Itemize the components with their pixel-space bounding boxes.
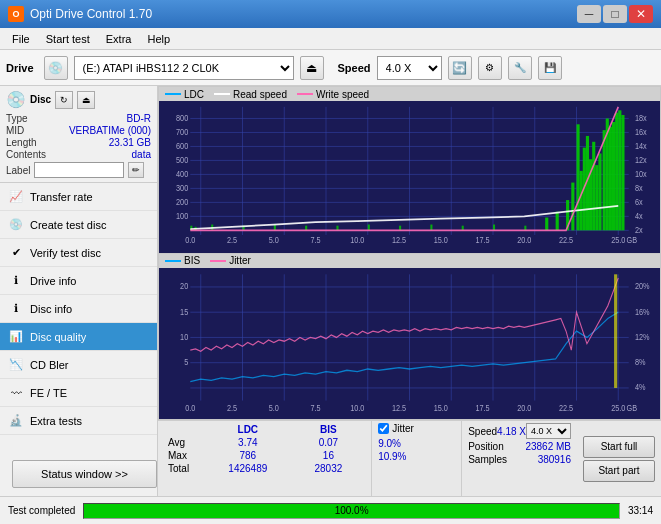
drive-info-icon: ℹ [8,273,24,289]
menu-file[interactable]: File [4,31,38,47]
ldc-legend: LDC [184,89,204,100]
extra-tests-icon: 🔬 [8,413,24,429]
start-full-button[interactable]: Start full [583,436,655,458]
nav-create-test-disc[interactable]: 💿 Create test disc [0,211,157,239]
disc-icon: 💿 [6,90,26,109]
position-value: 23862 MB [525,441,571,452]
right-panel: LDC Read speed Write speed [158,86,661,496]
svg-rect-64 [556,212,559,231]
start-part-button[interactable]: Start part [583,460,655,482]
max-ldc: 786 [204,449,292,462]
status-btn-container: Status window >> [0,452,157,496]
progress-bar: 100.0% [83,503,620,519]
max-label: Max [164,449,204,462]
svg-text:10: 10 [180,332,189,342]
svg-text:2.5: 2.5 [227,403,238,413]
toolbar: Drive 💿 (E:) ATAPI iHBS112 2 CL0K ⏏ Spee… [0,50,661,86]
refresh-button[interactable]: 🔄 [448,56,472,80]
create-test-icon: 💿 [8,217,24,233]
nav-cd-bler[interactable]: 📉 CD Bler [0,351,157,379]
chart1-svg: 800 700 600 500 400 300 200 100 18x 16x … [159,101,660,253]
disc-refresh-btn[interactable]: ↻ [55,91,73,109]
chart1-header: LDC Read speed Write speed [159,87,660,101]
eject-button[interactable]: ⏏ [300,56,324,80]
label-label: Label [6,165,30,176]
position-label: Position [468,441,504,452]
nav-transfer-rate[interactable]: 📈 Transfer rate [0,183,157,211]
svg-text:700: 700 [176,127,188,136]
length-label: Length [6,137,37,148]
nav-disc-quality[interactable]: 📊 Disc quality [0,323,157,351]
samples-label: Samples [468,454,507,465]
menu-start-test[interactable]: Start test [38,31,98,47]
svg-rect-80 [618,110,621,230]
chart1-body: 800 700 600 500 400 300 200 100 18x 16x … [159,101,660,253]
window-controls: ─ □ ✕ [577,5,653,23]
speed-position-section: Speed 4.18 X 4.0 X Position 23862 MB Sam… [461,421,577,496]
disc-eject-btn[interactable]: ⏏ [77,91,95,109]
svg-rect-77 [609,127,612,231]
menu-help[interactable]: Help [139,31,178,47]
maximize-button[interactable]: □ [603,5,627,23]
total-label: Total [164,462,204,475]
avg-label: Avg [164,436,204,449]
svg-text:20: 20 [180,281,189,291]
menu-extra[interactable]: Extra [98,31,140,47]
app-title: Opti Drive Control 1.70 [30,7,152,21]
drive-select[interactable]: (E:) ATAPI iHBS112 2 CL0K [74,56,294,80]
svg-text:0.0: 0.0 [185,236,195,245]
nav-verify-test-disc[interactable]: ✔ Verify test disc [0,239,157,267]
bis-legend: BIS [184,255,200,266]
time-display: 33:14 [628,505,653,516]
drive-label: Drive [6,62,34,74]
svg-rect-67 [577,124,580,230]
settings-button1[interactable]: ⚙ [478,56,502,80]
svg-text:20.0: 20.0 [517,403,532,413]
jitter-checkbox[interactable] [378,423,389,434]
status-window-button[interactable]: Status window >> [12,460,157,488]
svg-rect-72 [592,142,595,231]
svg-text:500: 500 [176,155,188,164]
chart2-svg: 20 15 10 5 20% 16% 12% 8% 4% 0.0 2.5 5.0 [159,268,660,420]
nav-extra-tests-label: Extra tests [30,415,82,427]
close-button[interactable]: ✕ [629,5,653,23]
svg-text:800: 800 [176,113,188,122]
minimize-button[interactable]: ─ [577,5,601,23]
settings-button2[interactable]: 🔧 [508,56,532,80]
label-edit-btn[interactable]: ✏ [128,162,144,178]
mid-label: MID [6,125,24,136]
nav-disc-info-label: Disc info [30,303,72,315]
svg-text:10.0: 10.0 [350,236,364,245]
svg-text:8%: 8% [635,357,646,367]
left-panel: 💿 Disc ↻ ⏏ Type BD-R MID VERBATIMe (000)… [0,86,158,496]
ldc-header: LDC [204,423,292,436]
nav-fe-te[interactable]: 〰 FE / TE [0,379,157,407]
svg-text:6x: 6x [635,197,643,206]
nav-transfer-rate-label: Transfer rate [30,191,93,203]
bis-jitter-chart: BIS Jitter [159,254,660,420]
nav-disc-info[interactable]: ℹ Disc info [0,295,157,323]
cd-bler-icon: 📉 [8,357,24,373]
svg-text:0.0: 0.0 [185,403,196,413]
svg-text:7.5: 7.5 [310,403,321,413]
write-speed-legend: Write speed [316,89,369,100]
speed-select[interactable]: 4.0 X MAX 1.0 X 2.0 X 8.0 X [377,56,442,80]
svg-rect-74 [598,153,601,230]
svg-text:300: 300 [176,183,188,192]
svg-text:12.5: 12.5 [392,236,406,245]
disc-section: 💿 Disc ↻ ⏏ Type BD-R MID VERBATIMe (000)… [0,86,157,183]
read-speed-legend: Read speed [233,89,287,100]
label-input[interactable] [34,162,124,178]
svg-text:4%: 4% [635,382,646,392]
speed-dropdown[interactable]: 4.0 X [526,423,571,439]
nav-extra-tests[interactable]: 🔬 Extra tests [0,407,157,435]
total-bis: 28032 [292,462,366,475]
svg-text:5.0: 5.0 [269,236,279,245]
svg-text:10.0: 10.0 [350,403,365,413]
nav-drive-info[interactable]: ℹ Drive info [0,267,157,295]
svg-text:12.5: 12.5 [392,403,407,413]
drive-icon-btn[interactable]: 💿 [44,56,68,80]
transfer-rate-icon: 📈 [8,189,24,205]
speed-value: 4.18 X [497,426,526,437]
save-button[interactable]: 💾 [538,56,562,80]
